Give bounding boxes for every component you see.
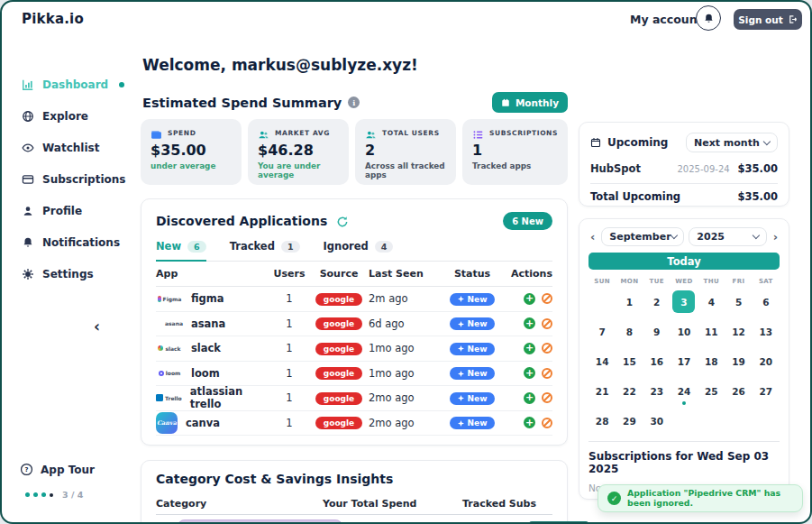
calendar-day-27[interactable]: 27 (753, 376, 780, 406)
sidebar-item-label: Watchlist (42, 142, 99, 154)
app-name: figma (191, 292, 224, 305)
tab-tracked[interactable]: Tracked 1 (230, 240, 300, 262)
svg-text:?: ? (25, 466, 29, 473)
col-category: Category (156, 498, 323, 510)
app-users: 1 (269, 292, 309, 305)
calendar-grid: 1234567891011121314151617181920212223242… (588, 287, 780, 436)
total-upcoming-label: Total Upcoming (590, 190, 680, 203)
sidebar-item-label: Subscriptions (42, 173, 125, 186)
notifications-bell-button[interactable] (696, 5, 721, 31)
sidebar-item-settings[interactable]: Settings (2, 258, 141, 290)
ignore-app-button[interactable] (542, 343, 552, 354)
calendar-day-16[interactable]: 16 (643, 346, 671, 376)
sidebar-item-label: Notifications (42, 236, 120, 249)
calendar-day-8[interactable]: 8 (616, 317, 643, 346)
info-icon[interactable]: i (348, 97, 360, 108)
loom-logo-icon: loom (156, 370, 183, 376)
card-label: MARKET AVG (275, 129, 330, 137)
card-value: 1 (472, 142, 558, 159)
calendar-day-18[interactable]: 18 (698, 346, 725, 376)
upcoming-filter-select[interactable]: Next month (686, 133, 778, 152)
calendar-day-20[interactable]: 20 (753, 346, 780, 376)
tab-ignored[interactable]: Ignored 4 (324, 240, 394, 262)
calendar-day-24[interactable]: 24 (671, 376, 698, 406)
status-badge: New (450, 392, 496, 405)
upcoming-panel: Upcoming Next month HubSpot 2025-09-24 $… (579, 122, 789, 207)
sidebar-item-profile[interactable]: Profile (2, 195, 141, 226)
calendar-day-12[interactable]: 12 (725, 317, 752, 346)
track-app-button[interactable]: + (524, 417, 535, 428)
new-count-badge: 6 New (503, 212, 552, 230)
card-note: under average (151, 161, 232, 170)
discovered-tabs: New 6 Tracked 1 Ignored 4 (156, 240, 552, 262)
sign-out-button[interactable]: Sign out (734, 9, 802, 30)
sidebar-item-watchlist[interactable]: Watchlist (2, 132, 141, 163)
ignore-app-button[interactable] (542, 368, 552, 379)
app-last-seen: 1mo ago (369, 367, 439, 380)
calendar-cell-empty (725, 406, 752, 436)
calendar-day-name: WED (671, 278, 698, 285)
calendar-day-3[interactable]: 3 (671, 287, 698, 317)
sidebar-item-dashboard[interactable]: Dashboard (2, 69, 141, 100)
track-app-button[interactable]: + (524, 343, 535, 354)
track-app-button[interactable]: + (524, 367, 535, 379)
calendar-day-28[interactable]: 28 (588, 406, 616, 436)
calendar-next-chevron-icon[interactable]: › (771, 231, 780, 243)
summary-card-market-avg: MARKET AVG $46.28 You are under average (248, 119, 349, 185)
calendar-day-2[interactable]: 2 (643, 287, 671, 317)
sidebar-item-subscriptions[interactable]: Subscriptions (2, 163, 141, 195)
toast-notification: ✓ Application "Pipedrive CRM" has been i… (598, 484, 803, 512)
upcoming-filter-value: Next month (694, 137, 760, 149)
app-last-seen: 2m ago (369, 292, 439, 305)
calendar-day-6[interactable]: 6 (753, 287, 780, 317)
calendar-day-29[interactable]: 29 (616, 406, 643, 436)
gear-icon (22, 268, 34, 280)
ignore-app-button[interactable] (542, 392, 552, 403)
calendar-prev-chevron-icon[interactable]: ‹ (588, 231, 597, 243)
today-button[interactable]: Today (588, 253, 780, 270)
table-row: slack slack 1 google 1mo ago New + (156, 336, 552, 362)
track-app-button[interactable]: + (524, 293, 535, 305)
ignore-app-button[interactable] (542, 318, 552, 329)
brand-logo: Pikka.io (22, 11, 84, 27)
calendar-day-10[interactable]: 10 (671, 317, 698, 346)
calendar-day-15[interactable]: 15 (616, 346, 643, 376)
sidebar-item-notifications[interactable]: Notifications (2, 226, 141, 258)
period-monthly-button[interactable]: Monthly (492, 92, 568, 113)
track-app-button[interactable]: + (524, 392, 535, 404)
ignore-app-button[interactable] (542, 418, 552, 428)
calendar-day-22[interactable]: 22 (616, 376, 643, 406)
ignore-app-button[interactable] (542, 293, 552, 304)
calendar-day-13[interactable]: 13 (753, 317, 780, 346)
year-select[interactable]: 2025 (689, 227, 766, 246)
my-account-label[interactable]: My account (630, 13, 703, 26)
app-tour-button[interactable]: ? App Tour (20, 463, 95, 476)
calendar-day-25[interactable]: 25 (698, 376, 725, 406)
calendar-day-26[interactable]: 26 (725, 376, 752, 406)
app-name: atlassian trello (190, 385, 269, 410)
calendar-day-1[interactable]: 1 (616, 287, 643, 317)
calendar-day-5[interactable]: 5 (725, 287, 752, 317)
calendar-day-4[interactable]: 4 (698, 287, 725, 317)
col-total-spend: Your Total Spend (323, 498, 462, 510)
tab-count: 4 (375, 241, 394, 253)
calendar-day-7[interactable]: 7 (588, 317, 616, 346)
sidebar-item-label: Profile (42, 205, 82, 217)
calendar-day-14[interactable]: 14 (588, 346, 616, 376)
calendar-day-23[interactable]: 23 (643, 376, 671, 406)
refresh-icon[interactable] (336, 215, 349, 227)
calendar-day-11[interactable]: 11 (698, 317, 725, 346)
calendar-day-30[interactable]: 30 (643, 406, 671, 436)
calendar-day-21[interactable]: 21 (588, 376, 616, 406)
calendar-day-19[interactable]: 19 (725, 346, 752, 376)
discovered-title: Discovered Applications (156, 214, 327, 228)
month-select[interactable]: September (601, 227, 684, 246)
calendar-day-17[interactable]: 17 (671, 346, 698, 376)
sidebar-collapse-chevron-icon[interactable]: ‹ (94, 319, 100, 335)
tab-new[interactable]: New 6 (156, 240, 206, 262)
calendar-day-9[interactable]: 9 (643, 317, 671, 346)
table-row: Trello atlassian trello 1 google 2mo ago… (156, 386, 552, 411)
sidebar-item-explore[interactable]: Explore (2, 100, 141, 132)
card-value: 2 (365, 142, 446, 159)
track-app-button[interactable]: + (524, 317, 535, 329)
